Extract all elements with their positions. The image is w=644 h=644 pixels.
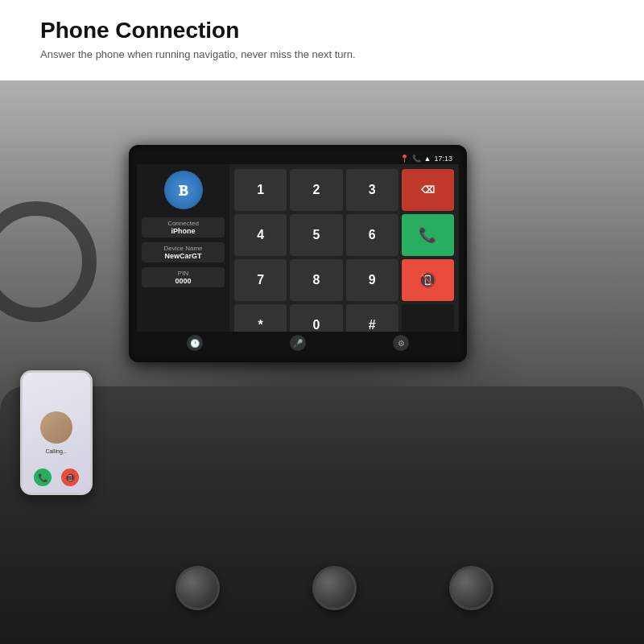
- device-name-info-row: Device Name NewCarGT: [142, 242, 225, 262]
- page-subtitle: Answer the phone when running navigatio,…: [40, 48, 604, 60]
- location-icon: 📍: [400, 155, 409, 163]
- device-name-label: Device Name: [147, 245, 220, 252]
- dial-key-2[interactable]: 2: [290, 169, 342, 211]
- connected-label: Connected: [147, 220, 220, 227]
- status-bar: 📍 📞 ▲ 17:13: [137, 153, 459, 164]
- phone-overlay: Calling... 📞 📵: [20, 370, 101, 499]
- phone-call-label: Calling...: [45, 448, 67, 454]
- screen-content: ʙ Connected iPhone Device Name NewCarGT …: [137, 164, 459, 351]
- header-area: Phone Connection Answer the phone when r…: [0, 0, 644, 68]
- phone-avatar: [40, 411, 72, 444]
- pin-label: PIN: [147, 270, 220, 277]
- signal-icon: ▲: [424, 155, 431, 163]
- phone-decline-button[interactable]: 📵: [61, 469, 79, 486]
- dial-key-8[interactable]: 8: [290, 259, 342, 301]
- dial-key-4[interactable]: 4: [234, 214, 287, 256]
- dial-key-1[interactable]: 1: [234, 169, 287, 211]
- touchscreen[interactable]: 📍 📞 ▲ 17:13 ʙ Connected iPhone: [137, 153, 459, 354]
- bottom-settings-icon[interactable]: ⚙: [393, 335, 409, 351]
- dial-key-backspace[interactable]: ⌫: [402, 169, 454, 211]
- connected-info-row: Connected iPhone: [142, 217, 225, 237]
- clock-status: 17:13: [434, 155, 452, 163]
- bottom-mic-icon[interactable]: 🎤: [290, 335, 306, 351]
- dial-key-call-red[interactable]: 📵: [402, 259, 454, 301]
- dial-key-call-green[interactable]: 📞: [402, 214, 454, 256]
- pin-info-row: PIN 0000: [142, 267, 225, 287]
- dial-key-3[interactable]: 3: [346, 169, 398, 211]
- phone-screen: Calling... 📞 📵: [23, 373, 90, 493]
- knob-left[interactable]: [175, 566, 220, 610]
- bluetooth-icon-circle: ʙ: [164, 171, 203, 209]
- knob-area: [129, 555, 539, 620]
- knob-center[interactable]: [312, 566, 357, 610]
- dial-key-6[interactable]: 6: [346, 214, 398, 256]
- dialpad-area: 1 2 3 ⌫ 4 5 6 📞 7 8 9 📵: [229, 164, 459, 351]
- pin-value: 0000: [147, 277, 220, 285]
- left-panel: ʙ Connected iPhone Device Name NewCarGT …: [137, 164, 229, 351]
- knob-right[interactable]: [449, 566, 493, 610]
- phone-buttons: 📞 📵: [23, 469, 90, 486]
- device-name-value: NewCarGT: [147, 252, 220, 260]
- connected-value: iPhone: [147, 227, 220, 235]
- car-image-area: ▲ 📍 📞 ▲ 17:13 ʙ: [0, 80, 644, 644]
- page-wrapper: Phone Connection Answer the phone when r…: [0, 0, 644, 644]
- screen-bottom-bar: 🕐 🎤 ⚙: [137, 332, 459, 354]
- phone-status-icon: 📞: [412, 155, 421, 163]
- dial-key-9[interactable]: 9: [346, 259, 398, 301]
- head-unit-bezel: 📍 📞 ▲ 17:13 ʙ Connected iPhone: [129, 145, 467, 362]
- dial-key-5[interactable]: 5: [290, 214, 342, 256]
- dial-key-7[interactable]: 7: [234, 259, 287, 301]
- bluetooth-icon: ʙ: [178, 180, 188, 200]
- phone-frame: Calling... 📞 📵: [20, 370, 93, 495]
- bottom-clock-icon[interactable]: 🕐: [187, 335, 203, 351]
- page-title: Phone Connection: [40, 18, 604, 43]
- phone-accept-button[interactable]: 📞: [34, 469, 52, 486]
